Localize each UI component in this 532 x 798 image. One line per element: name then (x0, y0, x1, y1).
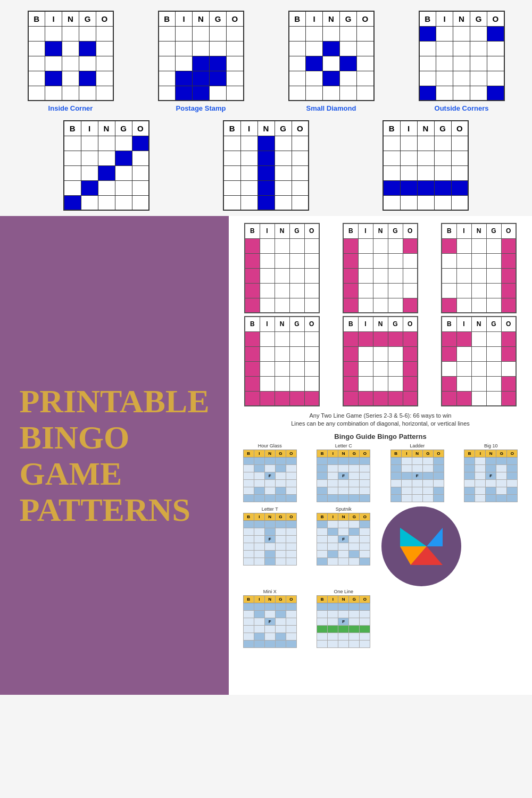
top-card-container: BINGOOutside Corners (419, 11, 505, 112)
guide-bingo-table: BINGOF (464, 450, 518, 502)
pink-card-wrap: BINGO (332, 316, 428, 406)
pink-cards-grid: BINGOBINGOBINGOBINGOBINGOBINGO (234, 223, 527, 406)
guide-bingo-table: BINGOF (243, 595, 297, 648)
bottom-split: PRINTABLEBINGOGAMEPATTERNS BINGOBINGOBIN… (0, 216, 532, 695)
bingo-guide-bold: Bingo Patterns (377, 433, 426, 440)
pink-card-wrap: BINGO (332, 223, 428, 313)
card-label: Postage Stamp (176, 104, 226, 112)
card-label: Inside Corner (48, 104, 93, 112)
guide-card-wrap: Mini XBINGOF (234, 589, 306, 648)
guide-card-wrap: Letter TBINGOF (234, 506, 306, 586)
right-content: BINGOBINGOBINGOBINGOBINGOBINGO Any Two L… (229, 216, 532, 695)
guide-card-wrap: Hour GlassBINGOF (234, 443, 306, 502)
bingo-guide-title: Bingo Guide Bingo Patterns (234, 433, 527, 440)
guide-card-label: Hour Glass (258, 443, 282, 448)
top-card-container: BINGOInside Corner (28, 11, 114, 112)
purple-title-line: GAME (19, 455, 209, 492)
guide-row-2: Letter TBINGOFSputnikBINGOF (234, 506, 527, 586)
purple-title-line: PATTERNS (19, 492, 209, 528)
guide-card-wrap: SputnikBINGOF (308, 506, 380, 586)
middle-cards-row: BINGOBINGOBINGO (5, 120, 527, 211)
purple-title-line: BINGO (19, 419, 209, 455)
middle-card-container: BINGO (63, 120, 149, 211)
middle-card-container: BINGO (383, 120, 469, 211)
guide-bingo-table: BINGOF (317, 513, 370, 566)
pink-card-wrap: BINGO (431, 223, 527, 313)
svg-marker-0 (400, 528, 427, 546)
purple-title: PRINTABLEBINGOGAMEPATTERNS (19, 383, 209, 528)
two-line-text: Any Two Line Game (Series 2-3 & 5-6): 66… (234, 412, 527, 428)
guide-bingo-table: BINGOF (243, 450, 297, 502)
guide-cards-grid: Hour GlassBINGOFLetter CBINGOFLadderBING… (234, 443, 527, 502)
top-section: BINGOInside CornerBINGOPostage StampBING… (0, 0, 532, 216)
purple-title-line: PRINTABLE (19, 383, 209, 419)
top-cards-row: BINGOInside CornerBINGOPostage StampBING… (5, 11, 527, 112)
pink-card-wrap: BINGO (234, 316, 330, 406)
guide-card-label: Big 10 (484, 443, 498, 448)
guide-card-label: Letter C (335, 443, 352, 448)
pink-card-wrap: BINGO (431, 316, 527, 406)
guide-bingo-table: BINGOF (317, 595, 370, 648)
two-line-text-row: Any Two Line Game (Series 2-3 & 5-6): 66… (234, 412, 527, 420)
bingo-guide-label: Bingo Guide (334, 433, 375, 440)
guide-card-wrap: Letter CBINGOF (308, 443, 380, 502)
guide-bingo-table: BINGOF (390, 450, 444, 502)
guide-card-label: Ladder (410, 443, 425, 448)
pink-card-wrap: BINGO (234, 223, 330, 313)
svg-marker-1 (427, 528, 443, 546)
guide-row-3: Mini XBINGOFOne LineBINGOF (234, 589, 527, 648)
guide-card-wrap: One LineBINGOF (308, 589, 380, 648)
guide-bingo-table: BINGOF (243, 513, 297, 566)
guide-bingo-table: BINGOF (317, 450, 370, 502)
card-label: Small Diamond (306, 104, 356, 112)
middle-card-container: BINGO (223, 120, 309, 211)
guide-card-wrap: LadderBINGOF (381, 443, 453, 502)
two-line-text-row: Lines can be any combination of diagonal… (234, 420, 527, 428)
card-label: Outside Corners (435, 104, 489, 112)
guide-card-label: Sputnik (336, 506, 352, 512)
top-card-container: BINGOPostage Stamp (158, 11, 244, 112)
top-card-container: BINGOSmall Diamond (288, 11, 375, 112)
guide-card-label: Letter T (262, 506, 278, 512)
guide-card-wrap: Big 10BINGOF (455, 443, 527, 502)
guide-card-label: One Line (334, 589, 353, 594)
guide-card-label: Mini X (263, 589, 277, 594)
logo-circle (381, 506, 461, 586)
purple-panel: PRINTABLEBINGOGAMEPATTERNS (0, 216, 229, 695)
